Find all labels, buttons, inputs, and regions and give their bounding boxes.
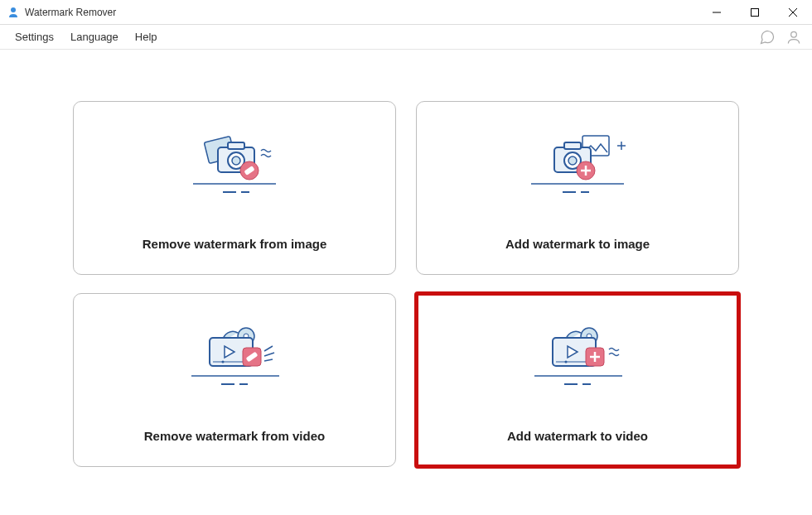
- close-button[interactable]: [774, 0, 812, 25]
- card-label: Remove watermark from video: [144, 429, 325, 443]
- svg-point-34: [222, 360, 225, 363]
- card-add-watermark-video[interactable]: Add watermark to video: [416, 293, 739, 467]
- menu-settings[interactable]: Settings: [7, 27, 62, 46]
- user-icon[interactable]: [782, 26, 805, 49]
- window-controls: [698, 0, 812, 25]
- minimize-button[interactable]: [698, 0, 736, 25]
- card-label: Remove watermark from image: [143, 237, 327, 251]
- svg-rect-2: [752, 8, 759, 16]
- card-label: Add watermark to image: [505, 237, 650, 251]
- svg-rect-20: [564, 142, 581, 149]
- app-icon: [7, 6, 20, 19]
- svg-point-22: [568, 156, 577, 165]
- chat-icon[interactable]: [756, 26, 779, 49]
- svg-point-48: [565, 360, 568, 363]
- svg-point-0: [11, 7, 16, 12]
- video-add-icon: [503, 318, 652, 401]
- camera-add-icon: [503, 126, 652, 209]
- video-erase-icon: [160, 318, 309, 401]
- menu-help[interactable]: Help: [127, 27, 166, 46]
- camera-erase-icon: [160, 126, 309, 209]
- card-remove-watermark-video[interactable]: Remove watermark from video: [73, 293, 396, 467]
- titlebar: Watermark Remover: [0, 0, 812, 25]
- svg-line-39: [264, 359, 273, 361]
- maximize-button[interactable]: [736, 0, 774, 25]
- svg-line-37: [264, 346, 273, 351]
- svg-rect-8: [228, 142, 244, 149]
- card-add-watermark-image[interactable]: Add watermark to image: [416, 101, 739, 275]
- card-remove-watermark-image[interactable]: Remove watermark from image: [73, 101, 396, 275]
- menu-language[interactable]: Language: [62, 27, 127, 46]
- svg-line-38: [264, 353, 274, 356]
- app-title: Watermark Remover: [25, 7, 698, 18]
- main-content: Remove watermark from image: [0, 50, 812, 467]
- svg-point-10: [232, 156, 240, 165]
- card-label: Add watermark to video: [507, 429, 648, 443]
- menubar: Settings Language Help: [0, 25, 812, 50]
- svg-point-5: [791, 31, 797, 37]
